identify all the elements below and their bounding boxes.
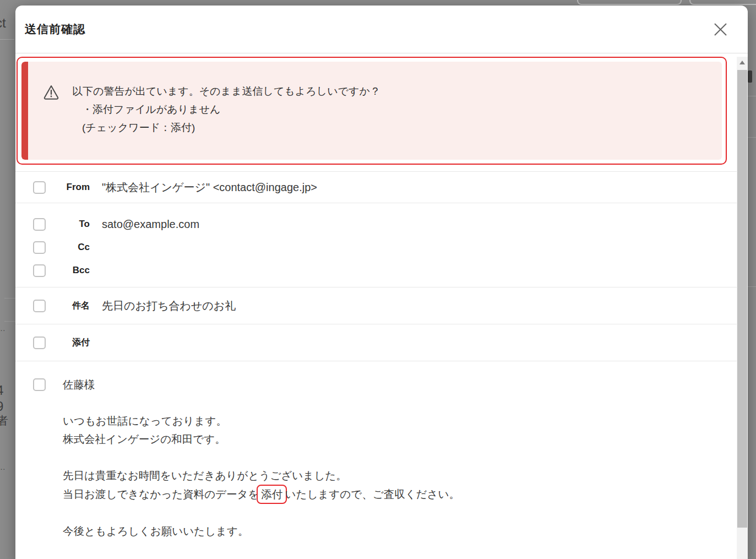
attachment-label: 添付 (46, 337, 90, 349)
backdrop-text-fragment: 9 (0, 400, 3, 413)
mail-body-line: 当日お渡しできなかった資料のデータを添付いたしますので、ご査収ください。 (63, 485, 460, 504)
background-button-outline (689, 0, 756, 5)
warning-accent-bar (21, 62, 28, 160)
mail-body-greeting: 佐藤様 (63, 376, 460, 394)
warning-checkword-note: (チェックワード：添付) (82, 118, 711, 137)
from-label: From (46, 182, 90, 193)
backdrop-divider (0, 39, 14, 40)
dialog-title: 送信前確認 (25, 21, 85, 37)
subject-section: 件名 先日のお打ち合わせのお礼 (15, 287, 737, 324)
backdrop-divider (748, 96, 756, 96)
bcc-label: Bcc (46, 265, 90, 276)
recipients-section: To sato@example.com Cc Bcc (15, 203, 737, 287)
from-checkbox[interactable] (33, 181, 46, 194)
subject-row: 件名 先日のお打ち合わせのお礼 (15, 287, 737, 324)
scrollbar-thumb[interactable] (737, 70, 747, 528)
warning-text: 以下の警告が出ています。そのまま送信してもよろしいですか？ ・添付ファイルがあり… (72, 82, 711, 137)
mail-body-line: いつもお世話になっております。 (63, 412, 460, 430)
backdrop-divider (748, 286, 756, 287)
backdrop-text-fragment: 者 (0, 415, 8, 426)
subject-checkbox[interactable] (33, 300, 46, 312)
mail-body-text: 佐藤様 いつもお世話になっております。 株式会社インゲージの和田です。 先日は貴… (63, 376, 460, 540)
backdrop-text-fragment: … (0, 324, 6, 332)
blank-line (63, 394, 460, 412)
mail-body-line: 先日は貴重なお時間をいただきありがとうございました。 (63, 466, 460, 485)
warning-triangle-icon (43, 84, 59, 100)
bcc-checkbox[interactable] (33, 264, 46, 277)
mail-body-section: 佐藤様 いつもお世話になっております。 株式会社インゲージの和田です。 先日は貴… (15, 361, 737, 559)
backdrop-divider (4, 298, 15, 299)
dialog-body: 以下の警告が出ています。そのまま送信してもよろしいですか？ ・添付ファイルがあり… (15, 57, 748, 559)
backdrop-divider (748, 137, 756, 138)
mail-body-line-segment: 当日お渡しできなかった資料のデータを (63, 488, 259, 500)
to-value: sato@example.com (102, 218, 199, 231)
mail-body-line-segment: いたしますので、ご査収ください。 (285, 488, 459, 500)
background-button-outline (577, 0, 682, 5)
from-row: From "株式会社インゲージ" <contact@ingage.jp> (15, 172, 737, 203)
scrollbar-up-arrow[interactable] (739, 61, 745, 64)
backdrop-fragment (748, 70, 752, 83)
cc-checkbox[interactable] (33, 241, 46, 254)
attachment-checkbox[interactable] (33, 337, 46, 349)
blank-line (63, 504, 460, 522)
mail-body-checkbox[interactable] (33, 378, 46, 391)
subject-label: 件名 (46, 300, 90, 312)
backdrop-divider (4, 321, 15, 322)
warning-item: ・添付ファイルがありません (82, 100, 711, 118)
to-row: To sato@example.com (15, 213, 737, 236)
attachment-section: 添付 (15, 324, 737, 361)
subject-value: 先日のお打ち合わせのお礼 (102, 299, 236, 313)
attachment-row: 添付 (15, 324, 737, 361)
to-label: To (46, 219, 90, 230)
from-section: From "株式会社インゲージ" <contact@ingage.jp> (15, 171, 737, 203)
warning-question: 以下の警告が出ています。そのまま送信してもよろしいですか？ (72, 82, 711, 100)
mail-body-line: 株式会社インゲージの和田です。 (63, 430, 460, 448)
to-checkbox[interactable] (33, 218, 46, 231)
backdrop-text-fragment: 4 (0, 384, 3, 397)
close-icon (713, 22, 728, 37)
blank-line (63, 448, 460, 466)
mail-body-row: 佐藤様 いつもお世話になっております。 株式会社インゲージの和田です。 先日は貴… (15, 376, 737, 540)
from-value: "株式会社インゲージ" <contact@ingage.jp> (102, 180, 317, 195)
dialog-scrollbar[interactable] (737, 57, 748, 559)
backdrop-text-fragment: ct (0, 17, 6, 30)
backdrop-text-fragment: … (0, 463, 6, 471)
warning-banner: 以下の警告が出ています。そのまま送信してもよろしいですか？ ・添付ファイルがあり… (17, 57, 727, 165)
checkword-highlight-box: 添付 (257, 485, 287, 504)
cc-row: Cc (15, 236, 737, 259)
close-button[interactable] (711, 20, 730, 39)
cc-label: Cc (46, 242, 90, 253)
bcc-row: Bcc (15, 259, 737, 282)
warning-banner-inner: 以下の警告が出ています。そのまま送信してもよろしいですか？ ・添付ファイルがあり… (21, 62, 722, 160)
mail-body-line: 今後ともよろしくお願いいたします。 (63, 522, 460, 540)
send-confirm-dialog: 送信前確認 (15, 6, 748, 559)
dialog-header: 送信前確認 (15, 6, 748, 53)
